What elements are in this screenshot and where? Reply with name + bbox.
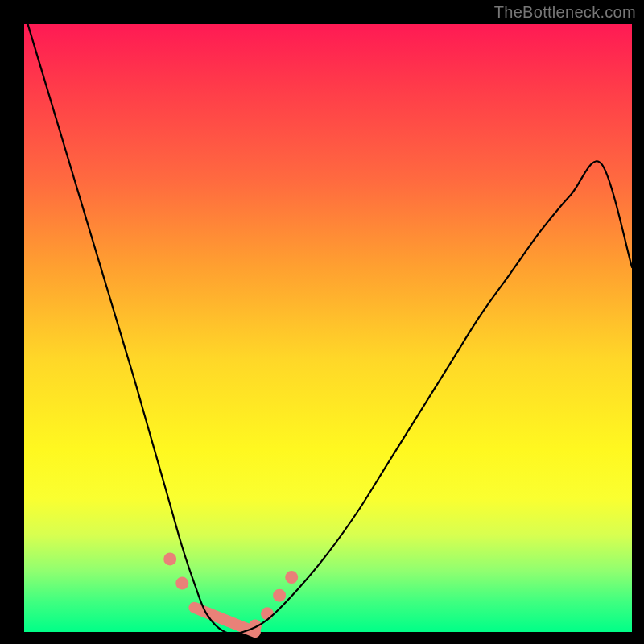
bottleneck-curve [24, 12, 632, 634]
chart-frame: TheBottleneck.com [0, 0, 644, 644]
marker-dot [273, 589, 286, 602]
marker-dot [175, 577, 188, 590]
marker-dot [285, 571, 298, 584]
marker-dot [261, 607, 274, 620]
watermark-text: TheBottleneck.com [494, 3, 636, 22]
marker-segment [194, 608, 255, 632]
marker-dot [163, 552, 176, 565]
markers-group [163, 552, 298, 632]
curve-layer [24, 24, 632, 632]
